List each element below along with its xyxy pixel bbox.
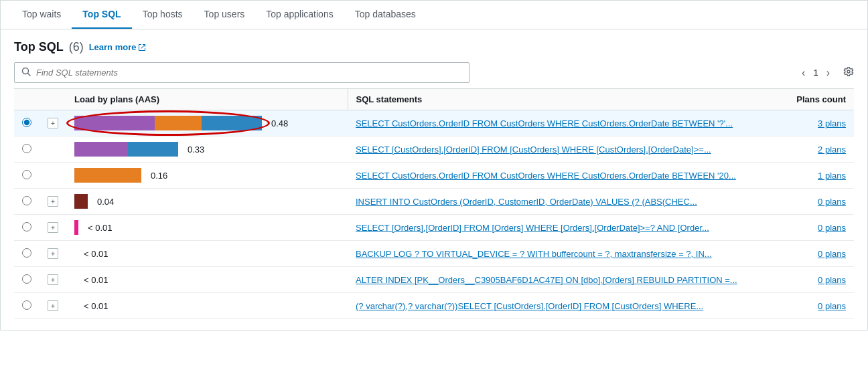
bar-cell-3: 0.04 xyxy=(74,194,340,209)
bar-value-2: 0.16 xyxy=(151,171,171,181)
table-row: +< 0.01ALTER INDEX [PK__Orders__C3905BAF… xyxy=(14,267,854,293)
bar-value-4: < 0.01 xyxy=(88,223,113,233)
col-header-sql: SQL statements xyxy=(348,89,787,110)
plans-count-0[interactable]: 3 plans xyxy=(787,110,854,136)
sql-statement-2[interactable]: SELECT CustOrders.OrderID FROM CustOrder… xyxy=(356,171,736,181)
sql-table: Load by plans (AAS) SQL statements Plans… xyxy=(14,88,854,319)
section-count: (6) xyxy=(69,40,84,54)
sql-statement-6[interactable]: ALTER INDEX [PK__Orders__C3905BAF6D1AC47… xyxy=(356,275,737,285)
sql-statement-1[interactable]: SELECT [CustOrders].[OrderID] FROM [Cust… xyxy=(356,145,711,155)
expand-button-0[interactable]: + xyxy=(48,118,58,128)
bar-cell-4: < 0.01 xyxy=(74,220,340,235)
row-radio-5[interactable] xyxy=(22,248,31,258)
table-row: +< 0.01BACKUP LOG ? TO VIRTUAL_DEVICE = … xyxy=(14,241,854,267)
bar-segment-1-0 xyxy=(74,142,128,157)
expand-button-4[interactable]: + xyxy=(48,222,58,233)
bar-cell-0: 0.48 xyxy=(74,116,340,130)
table-header-row: Load by plans (AAS) SQL statements Plans… xyxy=(14,89,854,110)
sql-statement-0[interactable]: SELECT CustOrders.OrderID FROM CustOrder… xyxy=(356,118,733,128)
tab-top-hosts[interactable]: Top hosts xyxy=(132,1,194,29)
toolbar: ‹ 1 › xyxy=(14,62,854,83)
bar-segments-3 xyxy=(74,194,88,209)
gear-icon xyxy=(843,66,854,77)
sql-statement-5[interactable]: BACKUP LOG ? TO VIRTUAL_DEVICE = ? WITH … xyxy=(356,249,712,259)
table-row: +0.04INSERT INTO CustOrders (OrderID, Cu… xyxy=(14,189,854,215)
table-row: +< 0.01(? varchar(?),? varchar(?))SELECT… xyxy=(14,293,854,319)
bar-segment-0-2 xyxy=(202,116,262,130)
tab-top-waits[interactable]: Top waits xyxy=(11,1,72,29)
section-header: Top SQL (6) Learn more xyxy=(14,40,854,54)
search-input[interactable] xyxy=(36,68,462,78)
plans-count-7[interactable]: 0 plans xyxy=(787,293,854,319)
sql-statement-7[interactable]: (? varchar(?),? varchar(?))SELECT [CustO… xyxy=(356,301,703,311)
bar-segment-0-1 xyxy=(155,116,202,130)
bar-value-7: < 0.01 xyxy=(84,301,108,311)
row-radio-0[interactable] xyxy=(22,118,31,127)
pagination-controls: ‹ 1 › xyxy=(799,66,854,80)
main-container: Top waitsTop SQLTop hostsTop usersTop ap… xyxy=(0,0,868,331)
svg-line-1 xyxy=(28,74,31,76)
bar-cell-5: < 0.01 xyxy=(74,246,340,261)
table-row: 0.33SELECT [CustOrders].[OrderID] FROM [… xyxy=(14,136,854,163)
page-number: 1 xyxy=(813,68,818,78)
table-row: 0.16SELECT CustOrders.OrderID FROM CustO… xyxy=(14,163,854,189)
settings-button[interactable] xyxy=(843,66,854,80)
expand-button-3[interactable]: + xyxy=(48,196,58,207)
tab-top-users[interactable]: Top users xyxy=(194,1,256,29)
col-header-radio xyxy=(14,89,40,110)
plans-count-3[interactable]: 0 plans xyxy=(787,189,854,215)
row-radio-7[interactable] xyxy=(22,300,31,310)
plans-count-6[interactable]: 0 plans xyxy=(787,267,854,293)
bar-value-6: < 0.01 xyxy=(84,275,108,285)
sql-statement-4[interactable]: SELECT [Orders].[OrderID] FROM [Orders] … xyxy=(356,223,709,233)
tab-top-databases[interactable]: Top databases xyxy=(344,1,427,29)
bar-cell-7: < 0.01 xyxy=(74,298,340,313)
search-bar[interactable] xyxy=(14,62,469,83)
external-link-icon xyxy=(138,43,146,52)
bar-segment-4-0 xyxy=(74,220,78,235)
col-header-bar: Load by plans (AAS) xyxy=(66,89,348,110)
next-page-button[interactable]: › xyxy=(824,66,833,80)
col-header-expand xyxy=(40,89,66,110)
expand-button-5[interactable]: + xyxy=(48,248,58,259)
row-radio-2[interactable] xyxy=(22,170,31,179)
bar-segments-2 xyxy=(74,168,141,183)
bar-cell-2: 0.16 xyxy=(74,168,340,183)
col-header-plans: Plans count xyxy=(787,89,854,110)
bar-cell-1: 0.33 xyxy=(74,142,340,157)
plans-count-1[interactable]: 2 plans xyxy=(787,136,854,163)
plans-count-5[interactable]: 0 plans xyxy=(787,241,854,267)
section-title-text: Top SQL xyxy=(14,40,64,54)
bar-value-0: 0.48 xyxy=(271,118,291,128)
bar-segment-2-0 xyxy=(74,168,141,183)
bar-value-5: < 0.01 xyxy=(84,249,108,259)
plans-count-4[interactable]: 0 plans xyxy=(787,215,854,241)
sql-statement-3[interactable]: INSERT INTO CustOrders (OrderID, Custome… xyxy=(356,197,697,207)
row-radio-4[interactable] xyxy=(22,222,31,231)
bar-value-1: 0.33 xyxy=(188,145,208,155)
search-icon xyxy=(21,67,31,78)
tab-top-applications[interactable]: Top applications xyxy=(255,1,344,29)
plans-count-2[interactable]: 1 plans xyxy=(787,163,854,189)
bar-segments-4 xyxy=(74,220,78,235)
row-radio-1[interactable] xyxy=(22,144,31,153)
tab-top-sql[interactable]: Top SQL xyxy=(72,1,131,29)
bar-cell-6: < 0.01 xyxy=(74,272,340,287)
bar-segment-0-0 xyxy=(74,116,155,130)
prev-page-button[interactable]: ‹ xyxy=(799,66,808,80)
table-row: +< 0.01SELECT [Orders].[OrderID] FROM [O… xyxy=(14,215,854,241)
bar-segments-1 xyxy=(74,142,178,157)
expand-button-6[interactable]: + xyxy=(48,274,58,285)
bar-value-3: 0.04 xyxy=(97,197,117,207)
content-area: Top SQL (6) Learn more xyxy=(1,29,867,330)
table-row: +0.48SELECT CustOrders.OrderID FROM Cust… xyxy=(14,110,854,136)
tab-bar: Top waitsTop SQLTop hostsTop usersTop ap… xyxy=(1,1,867,29)
bar-segment-3-0 xyxy=(74,194,88,209)
bar-segment-1-1 xyxy=(128,142,178,157)
learn-more-link[interactable]: Learn more xyxy=(89,42,147,52)
expand-button-7[interactable]: + xyxy=(48,300,58,311)
row-radio-3[interactable] xyxy=(22,196,31,205)
bar-segments-0 xyxy=(74,116,262,130)
bar-circle-container xyxy=(74,116,262,130)
row-radio-6[interactable] xyxy=(22,274,31,284)
